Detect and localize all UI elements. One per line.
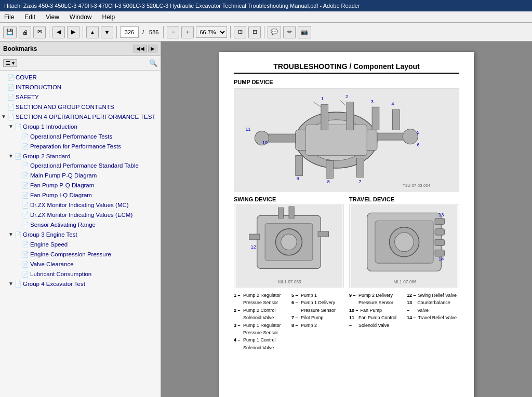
legend-text: Pilot Pump <box>301 314 324 321</box>
sidebar-expand-btn[interactable]: ▶ <box>148 45 157 52</box>
zoom-in-button[interactable]: ＋ <box>181 26 194 38</box>
legend-item-3: 3 –Pump 1 Regulator Pressure Sensor <box>234 322 286 337</box>
bookmark-label-group2: Group 2 Standard <box>23 153 158 160</box>
forward-button[interactable]: ▶ <box>67 26 79 38</box>
bookmark-item-main-pump[interactable]: 📄Main Pump P-Q Diagram <box>0 171 161 181</box>
svg-rect-4 <box>305 125 367 156</box>
bookmark-item-fan-pump-pq[interactable]: 📄Fan Pump P-Q Diagram <box>0 181 161 190</box>
menu-edit[interactable]: Edit <box>22 12 37 22</box>
bookmark-label-group1: Group 1 Introduction <box>23 123 158 131</box>
legend-num: 4 – <box>234 336 241 351</box>
pump-device-label: PUMP DEVICE <box>234 79 459 85</box>
toggle-group1: ▼ <box>7 123 15 130</box>
bookmark-item-fan-pump-iq[interactable]: 📄Fan Pump I-Q Diagram <box>0 190 161 200</box>
bookmark-item-op-perf-std[interactable]: 📄Operational Performance Standard Table <box>0 161 161 171</box>
legend-text: Pump 2 Delivery Pressure Sensor <box>358 292 402 307</box>
menu-view[interactable]: View <box>44 12 61 22</box>
legend-text: Pump 1 Control Solenoid Valve <box>243 336 286 351</box>
page-input[interactable] <box>120 26 139 38</box>
bookmark-item-group2[interactable]: ▼📄Group 2 Standard <box>0 152 161 161</box>
next-page-button[interactable]: ▼ <box>101 26 113 38</box>
zoom-out-button[interactable]: － <box>167 26 179 38</box>
toggle-group3: ▼ <box>7 231 15 238</box>
bookmark-label-fan-pump-iq: Fan Pump I-Q Diagram <box>30 191 158 199</box>
legend-num: 11 – <box>349 314 356 329</box>
bookmark-item-intro[interactable]: 📄INTRODUCTION <box>0 83 161 92</box>
svg-text:5: 5 <box>417 130 419 135</box>
bookmark-item-section4[interactable]: ▼📄SECTION 4 OPERATIONAL PERFORMANCE TEST <box>0 112 161 122</box>
sidebar-header: Bookmarks ◀◀ ▶ <box>0 42 161 56</box>
menu-bar: File Edit View Window Help <box>0 11 532 23</box>
bookmark-item-engine-speed[interactable]: 📄Engine Speed <box>0 240 161 250</box>
save-button[interactable]: 💾 <box>3 26 17 38</box>
legend-num: 12 – <box>407 292 416 299</box>
svg-point-34 <box>281 234 297 250</box>
bookmark-label-valve-clearance: Valve Clearance <box>30 261 158 268</box>
prev-page-button[interactable]: ▲ <box>86 26 99 38</box>
email-button[interactable]: ✉ <box>33 26 46 38</box>
bookmark-icon-group3: 📄 <box>15 231 22 238</box>
bookmark-options-btn[interactable]: ☰ ▾ <box>3 59 17 67</box>
bookmark-item-op-perf-tests[interactable]: 📄Operational Performance Tests <box>0 132 161 142</box>
swing-diagram-container: SWING DEVICE <box>234 196 344 288</box>
bookmark-icon-prep-perf: 📄 <box>22 143 29 150</box>
bookmark-icon-op-perf-tests: 📄 <box>22 133 29 140</box>
bookmark-item-lubricant[interactable]: 📄Lubricant Consumption <box>0 269 161 279</box>
legend-text: Pump 1 Delivery Pressure Sensor <box>301 299 344 314</box>
legend-item-14: 14 –Travel Relief Valve <box>407 314 459 321</box>
legend-num: 2 – <box>234 307 241 322</box>
travel-diagram-container: TRAVEL DEVICE <box>349 196 459 288</box>
bookmark-item-group4[interactable]: ▼📄Group 4 Excavator Test <box>0 279 161 289</box>
svg-text:10: 10 <box>262 140 268 145</box>
bookmark-icon-group4: 📄 <box>15 280 22 288</box>
menu-file[interactable]: File <box>2 12 16 22</box>
bookmark-item-engine-compression[interactable]: 📄Engine Compression Pressure <box>0 250 161 259</box>
bookmark-item-dr-zx-ecm[interactable]: 📄Dr.ZX Monitor Indicating Values (ECM) <box>0 210 161 220</box>
legend-item-13: 13 –Counterbalance Valve <box>407 299 459 314</box>
snapshot-button[interactable]: 📷 <box>298 26 311 38</box>
toggle-group4: ▼ <box>7 280 15 287</box>
bookmark-icon-group2: 📄 <box>15 153 22 160</box>
bookmark-icon-fan-pump-iq: 📄 <box>22 191 29 199</box>
bookmark-item-group3[interactable]: ▼📄Group 3 Engine Test <box>0 230 161 240</box>
sidebar: Bookmarks ◀◀ ▶ ☰ ▾ 🔍 📄COVER📄INTRODUCTION… <box>0 42 161 397</box>
menu-help[interactable]: Help <box>100 12 117 22</box>
bottom-diagrams: SWING DEVICE <box>234 196 459 288</box>
bookmark-label-dr-zx-ecm: Dr.ZX Monitor Indicating Values (ECM) <box>30 211 158 219</box>
print-button[interactable]: 🖨 <box>19 26 31 38</box>
bookmark-label-op-perf-std: Operational Performance Standard Table <box>30 162 158 170</box>
legend-num: 10 – <box>349 307 358 314</box>
toolbar: 💾 🖨 ✉ ◀ ▶ ▲ ▼ / 586 － ＋ 66.7% 50% 75% 10… <box>0 23 532 42</box>
legend-text: Fan Pump Control Solenoid Valve <box>358 314 402 329</box>
fit-width-button[interactable]: ⊟ <box>248 26 261 38</box>
fit-page-button[interactable]: ⊡ <box>234 26 246 38</box>
bookmark-item-safety[interactable]: 📄SAFETY <box>0 92 161 102</box>
pump-svg: 1 2 3 4 5 6 7 8 9 10 11 T1U-07-03-004 <box>234 89 459 191</box>
bookmark-item-valve-clearance[interactable]: 📄Valve Clearance <box>0 259 161 269</box>
bookmark-item-cover[interactable]: 📄COVER <box>0 73 161 83</box>
legend-text: Pump 1 <box>301 292 317 299</box>
bookmark-item-group1[interactable]: ▼📄Group 1 Introduction <box>0 122 161 132</box>
svg-text:T1U-07-03-004: T1U-07-03-004 <box>403 183 431 188</box>
menu-window[interactable]: Window <box>68 12 94 22</box>
back-button[interactable]: ◀ <box>52 26 65 38</box>
comment-button[interactable]: 💬 <box>268 26 281 38</box>
sidebar-collapse-btn[interactable]: ◀◀ <box>134 45 147 52</box>
svg-text:7: 7 <box>359 179 362 184</box>
legend-text: Pump 2 Control Solenoid Valve <box>243 307 286 322</box>
bookmark-label-op-perf-tests: Operational Performance Tests <box>30 133 158 141</box>
svg-rect-47 <box>435 229 444 235</box>
bookmark-item-prep-perf[interactable]: 📄Preparation for Performance Tests <box>0 142 161 152</box>
sep5 <box>230 26 231 38</box>
svg-rect-10 <box>347 102 354 130</box>
bookmark-item-sensor-range[interactable]: 📄Sensor Activating Range <box>0 220 161 230</box>
bookmark-search-btn[interactable]: 🔍 <box>149 59 157 67</box>
sep6 <box>264 26 264 38</box>
bookmark-item-dr-zx-mc[interactable]: 📄Dr.ZX Monitor Indicating Values (MC) <box>0 200 161 210</box>
bookmark-icon-lubricant: 📄 <box>22 270 29 278</box>
bookmark-icon-op-perf-std: 📄 <box>22 162 29 169</box>
tool-button[interactable]: ✏ <box>283 26 296 38</box>
legend-item-8: 8 –Pump 2 <box>291 322 344 329</box>
zoom-select[interactable]: 66.7% 50% 75% 100% <box>196 26 227 38</box>
bookmark-item-section-group[interactable]: 📄SECTION AND GROUP CONTENTS <box>0 102 161 112</box>
